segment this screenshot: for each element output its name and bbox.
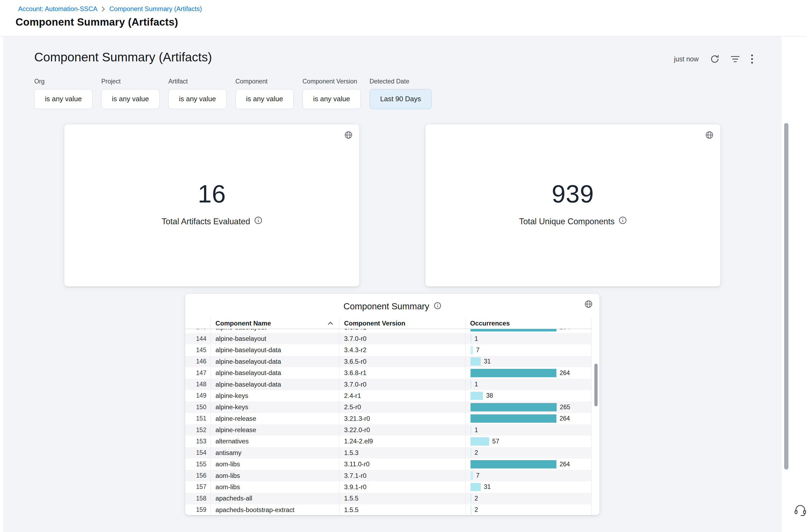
row-index: 157 <box>185 481 211 493</box>
table-row[interactable]: 156 aom-libs 3.7.1-r0 7 <box>185 470 592 481</box>
row-index: 148 <box>185 379 211 390</box>
stat-label: Total Artifacts Evaluated <box>161 217 250 226</box>
breadcrumb-page-link[interactable]: Component Summary (Artifacts) <box>109 5 202 13</box>
occurrences-value: 264 <box>560 461 570 468</box>
occurrences-value: 265 <box>560 403 570 411</box>
globe-icon[interactable] <box>344 131 353 139</box>
filter-control: Component is any value <box>235 78 294 109</box>
table-row[interactable]: 145 alpine-baselayout-data 3.4.3-r2 7 <box>185 344 592 356</box>
occurrences-value: 1 <box>475 335 478 342</box>
occurrences-cell: 265 <box>465 401 592 413</box>
table-row[interactable]: 149 alpine-keys 2.4-r1 38 <box>185 390 592 401</box>
table-row[interactable]: 158 apacheds-all 1.5.5 2 <box>185 493 592 504</box>
occurrences-cell: 1 <box>465 379 592 390</box>
table-row[interactable]: 159 apacheds-bootstrap-extract 1.5.5 2 <box>185 504 592 515</box>
filter-value-button[interactable]: is any value <box>34 89 92 109</box>
table-row[interactable]: 150 alpine-keys 2.5-r0 265 <box>185 401 592 413</box>
table-row[interactable]: 153 alternatives 1.24-2.el9 57 <box>185 436 592 447</box>
stat-value: 939 <box>552 179 594 208</box>
occurrences-value: 38 <box>486 392 493 399</box>
sort-ascending-icon <box>328 322 333 325</box>
page-scrollbar-thumb[interactable] <box>784 123 788 470</box>
occurrences-bar <box>470 449 471 457</box>
component-name-cell: alpine-baselayout <box>211 333 339 344</box>
component-version-cell: 3.7.0-r0 <box>339 379 465 390</box>
table-row[interactable]: 148 alpine-baselayout-data 3.7.0-r0 1 <box>185 379 592 390</box>
table-row[interactable]: 155 aom-libs 3.11.0-r0 264 <box>185 458 592 470</box>
stat-tile-body: 16 Total Artifacts Evaluated <box>64 125 359 226</box>
stat-label: Total Unique Components <box>519 217 615 226</box>
table-row[interactable]: 151 alpine-release 3.21.3-r0 264 <box>185 413 592 424</box>
filter-label: Detected Date <box>370 78 432 85</box>
row-index: 156 <box>185 470 211 481</box>
breadcrumb-account-link[interactable]: Account: Automation-SSCA <box>18 5 97 13</box>
table-title-row: Component Summary <box>185 301 599 311</box>
table-row[interactable]: 143 alpine-baselayout 3.6.8-r1 264 <box>185 329 592 333</box>
occurrences-cell: 31 <box>465 481 592 493</box>
row-index: 149 <box>185 390 211 401</box>
info-icon[interactable] <box>619 216 627 226</box>
component-name-header-label: Component Name <box>216 320 271 327</box>
table-body-viewport: 143 alpine-baselayout 3.6.8-r1 264 144 a… <box>185 329 592 515</box>
occurrences-bar <box>470 346 473 354</box>
filter-value-button[interactable]: Last 90 Days <box>370 89 432 109</box>
component-summary-card: Component Summary Component Name <box>185 294 599 515</box>
info-icon[interactable] <box>434 301 441 311</box>
occurrences-value: 2 <box>475 449 478 456</box>
filter-value-button[interactable]: is any value <box>168 89 226 109</box>
info-icon[interactable] <box>254 216 262 226</box>
occurrences-value: 264 <box>560 369 570 377</box>
occurrences-cell: 264 <box>465 458 592 470</box>
support-headset-icon[interactable] <box>794 504 806 516</box>
table-row[interactable]: 146 alpine-baselayout-data 3.6.5-r0 31 <box>185 356 592 367</box>
occurrences-column-header[interactable]: Occurrences <box>465 318 592 328</box>
filter-label: Org <box>34 78 92 85</box>
occurrences-header-label: Occurrences <box>470 320 510 327</box>
component-name-cell: alpine-baselayout-data <box>211 367 339 379</box>
table-scrollbar-thumb[interactable] <box>594 364 598 406</box>
filter-value-button[interactable]: is any value <box>235 89 294 109</box>
row-index: 158 <box>185 493 211 504</box>
filter-bar: Org is any value Project is any value Ar… <box>34 78 431 109</box>
row-index: 151 <box>185 413 211 424</box>
component-name-cell: alternatives <box>211 436 339 447</box>
component-name-cell: alpine-baselayout-data <box>211 344 339 356</box>
occurrences-value: 7 <box>476 472 479 479</box>
filter-control: Artifact is any value <box>168 78 226 109</box>
kebab-menu-icon[interactable] <box>751 54 753 64</box>
occurrences-bar <box>470 403 557 412</box>
occurrences-cell: 264 <box>465 367 592 379</box>
occurrences-cell: 7 <box>465 344 592 356</box>
component-name-cell: alpine-baselayout-data <box>211 379 339 390</box>
filter-value-button[interactable]: is any value <box>303 89 361 109</box>
component-version-cell: 1.5.3 <box>339 447 465 458</box>
occurrences-value: 31 <box>484 358 491 365</box>
occurrences-value: 1 <box>475 426 478 434</box>
component-name-column-header[interactable]: Component Name <box>211 318 339 328</box>
occurrences-bar <box>470 494 471 503</box>
breadcrumb: Account: Automation-SSCA Component Summa… <box>18 5 202 13</box>
component-version-cell: 3.4.3-r2 <box>339 344 465 356</box>
filter-control: Component Version is any value <box>303 78 361 109</box>
table-row[interactable]: 157 aom-libs 3.9.1-r0 31 <box>185 481 592 493</box>
table-row[interactable]: 144 alpine-baselayout 3.7.0-r0 1 <box>185 333 592 344</box>
occurrences-cell: 7 <box>465 470 592 481</box>
component-version-column-header[interactable]: Component Version <box>339 318 465 328</box>
table-row[interactable]: 152 alpine-release 3.22.0-r0 1 <box>185 424 592 436</box>
component-name-cell: antisamy <box>211 447 339 458</box>
filter-icon[interactable] <box>731 55 740 63</box>
occurrences-bar <box>470 437 489 445</box>
component-version-cell: 1.5.5 <box>339 504 465 515</box>
occurrences-bar <box>470 335 471 343</box>
globe-icon[interactable] <box>584 300 593 308</box>
row-index: 146 <box>185 356 211 367</box>
component-version-cell: 1.5.5 <box>339 493 465 504</box>
stat-tile: 939 Total Unique Components <box>425 125 720 286</box>
occurrences-value: 2 <box>475 495 478 502</box>
table-row[interactable]: 154 antisamy 1.5.3 2 <box>185 447 592 458</box>
refresh-icon[interactable] <box>710 54 719 64</box>
filter-value-button[interactable]: is any value <box>101 89 159 109</box>
dashboard-title: Component Summary (Artifacts) <box>34 50 212 64</box>
table-row[interactable]: 147 alpine-baselayout-data 3.6.8-r1 264 <box>185 367 592 379</box>
globe-icon[interactable] <box>705 131 714 139</box>
